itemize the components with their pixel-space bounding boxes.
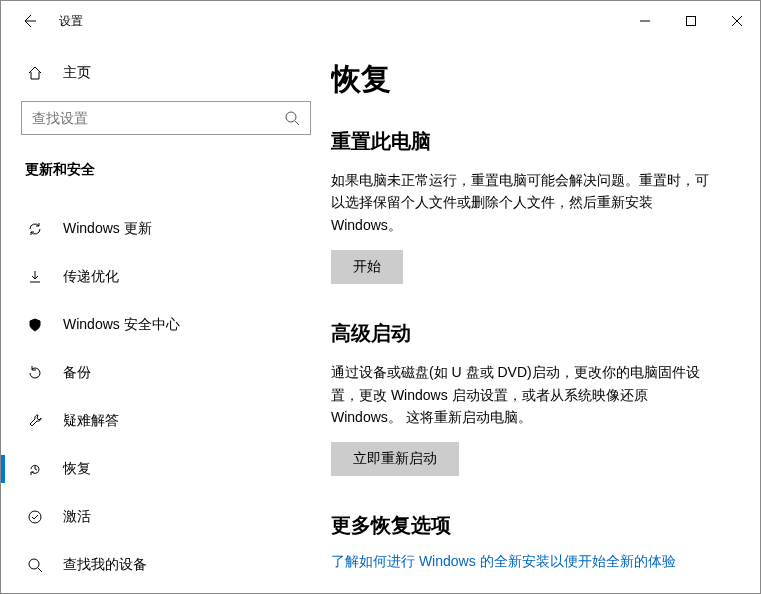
- sidebar-item-troubleshoot[interactable]: 疑难解答: [1, 397, 331, 445]
- sidebar-item-label: 疑难解答: [63, 412, 119, 430]
- sidebar-item-find-my-device[interactable]: 查找我的设备: [1, 541, 331, 589]
- sidebar-item-label: 激活: [63, 508, 91, 526]
- back-button[interactable]: [9, 1, 49, 41]
- maximize-icon: [686, 16, 696, 26]
- search-icon: [284, 110, 300, 126]
- wrench-icon: [25, 413, 45, 429]
- home-label: 主页: [63, 64, 91, 82]
- sidebar-item-label: 恢复: [63, 460, 91, 478]
- close-icon: [732, 16, 742, 26]
- search-input[interactable]: [32, 110, 284, 126]
- minimize-button[interactable]: [622, 6, 668, 36]
- sidebar-item-label: 备份: [63, 364, 91, 382]
- recovery-icon: [25, 461, 45, 477]
- close-button[interactable]: [714, 6, 760, 36]
- sidebar-item-label: 查找我的设备: [63, 556, 147, 574]
- caption-buttons: [622, 6, 760, 36]
- advanced-startup-title: 高级启动: [331, 320, 730, 347]
- sidebar-item-backup[interactable]: 备份: [1, 349, 331, 397]
- more-options-title: 更多恢复选项: [331, 512, 730, 539]
- page-heading: 恢复: [331, 59, 730, 100]
- home-nav[interactable]: 主页: [1, 53, 331, 93]
- search-box[interactable]: [21, 101, 311, 135]
- svg-point-3: [29, 559, 39, 569]
- svg-point-1: [286, 112, 296, 122]
- arrow-left-icon: [21, 13, 37, 29]
- category-heading: 更新和安全: [1, 143, 331, 191]
- reset-pc-text: 如果电脑未正常运行，重置电脑可能会解决问题。重置时，可以选择保留个人文件或删除个…: [331, 169, 711, 236]
- maximize-button[interactable]: [668, 6, 714, 36]
- sync-icon: [25, 221, 45, 237]
- sidebar-item-activation[interactable]: 激活: [1, 493, 331, 541]
- restart-now-button[interactable]: 立即重新启动: [331, 442, 459, 476]
- location-icon: [25, 557, 45, 573]
- sidebar-item-windows-security[interactable]: Windows 安全中心: [1, 301, 331, 349]
- advanced-startup-text: 通过设备或磁盘(如 U 盘或 DVD)启动，更改你的电脑固件设置，更改 Wind…: [331, 361, 711, 428]
- backup-icon: [25, 365, 45, 381]
- sidebar-item-label: Windows 安全中心: [63, 316, 180, 334]
- sidebar-item-label: 传递优化: [63, 268, 119, 286]
- content-pane: 恢复 重置此电脑 如果电脑未正常运行，重置电脑可能会解决问题。重置时，可以选择保…: [331, 41, 760, 593]
- fresh-install-link[interactable]: 了解如何进行 Windows 的全新安装以便开始全新的体验: [331, 553, 730, 571]
- reset-start-button[interactable]: 开始: [331, 250, 403, 284]
- home-icon: [25, 65, 45, 81]
- titlebar: 设置: [1, 1, 760, 41]
- svg-rect-0: [687, 17, 696, 26]
- minimize-icon: [640, 16, 650, 26]
- sidebar-item-windows-update[interactable]: Windows 更新: [1, 205, 331, 253]
- sidebar-item-recovery[interactable]: 恢复: [1, 445, 331, 493]
- sidebar-item-label: Windows 更新: [63, 220, 152, 238]
- sidebar: 主页 更新和安全 Windows 更新 传递优化 Windows 安全中心: [1, 41, 331, 593]
- window-title: 设置: [59, 13, 83, 30]
- download-icon: [25, 269, 45, 285]
- reset-pc-title: 重置此电脑: [331, 128, 730, 155]
- svg-point-2: [29, 511, 41, 523]
- activation-icon: [25, 509, 45, 525]
- sidebar-item-delivery-optimization[interactable]: 传递优化: [1, 253, 331, 301]
- shield-icon: [25, 317, 45, 333]
